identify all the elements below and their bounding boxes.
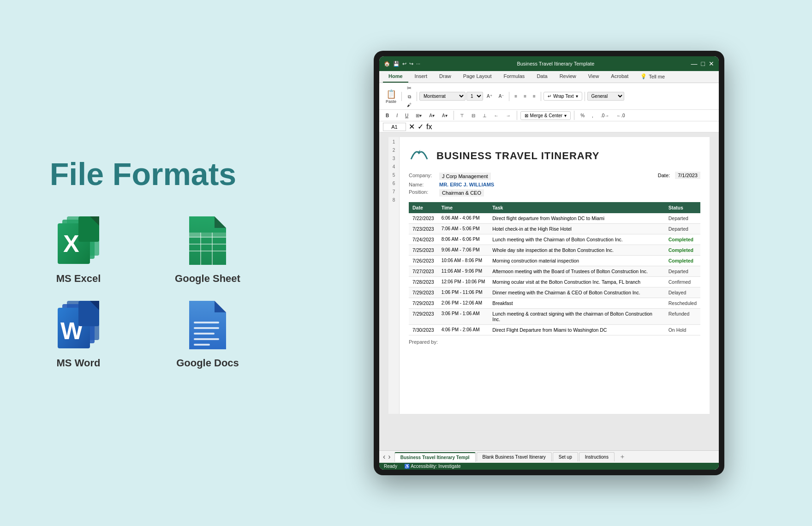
doc-logo-icon (409, 146, 430, 166)
add-sheet-button[interactable]: ＋ (615, 451, 629, 463)
confirm-formula-icon[interactable]: ✓ (418, 122, 424, 131)
tab-formulas[interactable]: Formulas (498, 71, 531, 83)
cell-task: Dinner meeting with the Chairman & CEO o… (489, 287, 664, 298)
align-bottom-button[interactable]: ⊥ (480, 112, 490, 119)
comma-button[interactable]: , (589, 112, 596, 119)
cell-date[interactable]: 7/27/2023 (409, 266, 438, 277)
cell-status: Delayed (665, 287, 700, 298)
merge-center-button[interactable]: ⊠ Merge & Center ▾ (520, 111, 571, 120)
right-panel: 🏠 💾 ↩ ↪ ··· Business Travel Itinerary Te… (286, 0, 812, 526)
sheet-tab-blank[interactable]: Blank Business Travel Itinerary (477, 452, 552, 461)
tab-insert[interactable]: Insert (409, 71, 433, 83)
sheet-document: BUSINESS TRAVEL ITINERARY Company: J Cor… (400, 137, 710, 414)
date-label: Date: (658, 173, 670, 178)
font-grow-button[interactable]: A⁺ (484, 93, 495, 100)
row-num-8: 8 (388, 196, 399, 204)
bold-button[interactable]: B (383, 112, 392, 119)
redo-icon[interactable]: ↪ (409, 61, 413, 67)
svg-text:X: X (63, 230, 79, 257)
ms-word-item: W MS Word (28, 299, 129, 369)
italic-button[interactable]: I (394, 112, 400, 119)
merge-icon: ⊠ (525, 113, 528, 118)
excel-titlebar: 🏠 💾 ↩ ↪ ··· Business Travel Itinerary Te… (379, 56, 719, 71)
formula-input[interactable] (435, 123, 715, 131)
wrap-text-button[interactable]: ↵ Wrap Text ▾ (543, 92, 582, 101)
sheet-tabs-bar: ‹ › Business Travel Itinerary Templ Blan… (379, 450, 719, 463)
undo-icon[interactable]: ↩ (402, 61, 406, 67)
tab-draw[interactable]: Draw (434, 71, 457, 83)
cell-date[interactable]: 7/29/2023 (409, 287, 438, 298)
tab-home[interactable]: Home (383, 71, 408, 83)
border-button[interactable]: ⊞▾ (413, 112, 424, 119)
toolbar-sep-8 (574, 111, 574, 120)
date-value: 7/1/2023 (675, 172, 700, 179)
align-center-button[interactable]: ≡ (521, 93, 529, 100)
position-row: Position: Chairman & CEO (409, 189, 555, 197)
ms-excel-icon: X (53, 214, 104, 267)
tab-tell-me[interactable]: 💡Tell me (635, 71, 670, 83)
align-top-button[interactable]: ⊤ (457, 112, 467, 119)
toolbar-sep-1 (401, 92, 402, 101)
more-icon[interactable]: ··· (416, 61, 420, 66)
cell-task: Lunch meeting with the Chairman of Bolto… (489, 234, 664, 245)
sheet-tab-instructions[interactable]: Instructions (579, 452, 615, 461)
sheet-tab-itinerary[interactable]: Business Travel Itinerary Templ (394, 452, 476, 462)
cell-date[interactable]: 7/25/2023 (409, 245, 438, 256)
indent-decrease-button[interactable]: ← (491, 112, 502, 119)
font-size-selector[interactable]: 10 (466, 92, 483, 101)
underline-button[interactable]: U (402, 112, 411, 119)
number-format-selector[interactable]: General (587, 92, 624, 101)
cancel-formula-icon[interactable]: ✕ (409, 122, 415, 131)
cell-status: Confirmed (665, 277, 700, 287)
cell-status: Completed (665, 245, 700, 256)
cell-date[interactable]: 7/22/2023 (409, 213, 438, 224)
sheet-nav-left[interactable]: ‹ (383, 453, 385, 461)
table-row: 7/29/20231:06 PM - 11:06 PMDinner meetin… (409, 287, 700, 298)
svg-rect-21 (194, 327, 219, 329)
align-middle-button[interactable]: ⊟ (469, 112, 478, 119)
tab-view[interactable]: View (583, 71, 605, 83)
table-row: 7/25/20239:06 AM - 7:06 PMWhole day site… (409, 245, 700, 256)
home-icon[interactable]: 🏠 (384, 61, 390, 67)
decimal-decrease-button[interactable]: ←.0 (614, 112, 627, 119)
cell-status: Completed (665, 234, 700, 245)
paste-button[interactable]: 📋 Paste (383, 88, 399, 105)
format-painter-button[interactable]: 🖌 (404, 102, 414, 108)
cell-status: Refunded (665, 309, 700, 325)
toolbar-sep-2 (417, 92, 417, 101)
cell-date[interactable]: 7/28/2023 (409, 277, 438, 287)
align-right-button[interactable]: ≡ (530, 93, 538, 100)
cell-date[interactable]: 7/24/2023 (409, 234, 438, 245)
percent-button[interactable]: % (578, 112, 587, 119)
tab-data[interactable]: Data (531, 71, 553, 83)
fill-color-button[interactable]: A▾ (426, 112, 437, 119)
position-label: Position: (409, 189, 436, 197)
save-icon[interactable]: 💾 (393, 61, 400, 67)
cell-date[interactable]: 7/23/2023 (409, 224, 438, 234)
indent-increase-button[interactable]: → (503, 112, 513, 119)
tab-acrobat[interactable]: Acrobat (605, 71, 634, 83)
cell-date[interactable]: 7/29/2023 (409, 309, 438, 325)
cell-date[interactable]: 7/26/2023 (409, 256, 438, 266)
spreadsheet-inner: 1 2 3 4 5 6 7 8 (379, 132, 719, 450)
cut-button[interactable]: ✂ (404, 84, 414, 92)
sheet-nav-right[interactable]: › (388, 453, 390, 461)
row-num-7: 7 (388, 188, 399, 196)
cell-task: Afternoon meeting with the Board of Trus… (489, 266, 664, 277)
copy-button[interactable]: ⧉ (404, 93, 414, 101)
decimal-increase-button[interactable]: .0→ (598, 112, 612, 119)
cell-reference-input[interactable] (383, 123, 406, 131)
align-left-button[interactable]: ≡ (512, 93, 520, 100)
sheet-tab-setup[interactable]: Set up (553, 452, 578, 461)
tab-review[interactable]: Review (554, 71, 582, 83)
doc-header: BUSINESS TRAVEL ITINERARY (409, 146, 700, 166)
font-shrink-button[interactable]: A⁻ (496, 93, 507, 100)
font-color-button[interactable]: A▾ (439, 112, 450, 119)
ready-status: Ready (384, 464, 397, 469)
font-selector[interactable]: Montserrat (419, 92, 466, 101)
laptop-frame: 🏠 💾 ↩ ↪ ··· Business Travel Itinerary Te… (374, 51, 724, 475)
cell-date[interactable]: 7/29/2023 (409, 298, 438, 309)
tab-page-layout[interactable]: Page Layout (458, 71, 497, 83)
cell-date[interactable]: 7/30/2023 (409, 325, 438, 335)
cell-task: Direct Flight Departure from Miami to Wa… (489, 325, 664, 335)
